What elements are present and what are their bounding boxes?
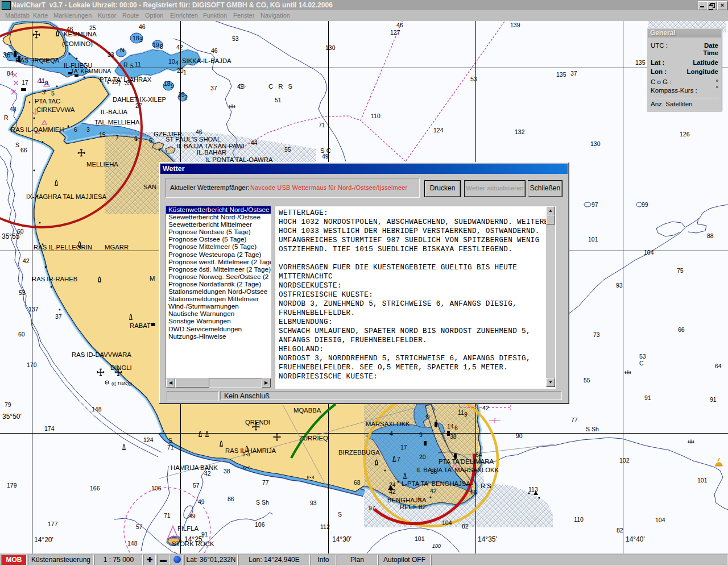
svg-text:124: 124 (433, 127, 444, 134)
svg-text:46: 46 (211, 47, 218, 54)
svg-text:27: 27 (135, 102, 142, 109)
svg-text:36: 36 (431, 468, 437, 475)
svg-text:MQABBA: MQABBA (293, 407, 321, 414)
svg-text:90: 90 (516, 432, 523, 439)
svg-text:42: 42 (176, 44, 183, 51)
svg-text:3: 3 (139, 36, 143, 43)
svg-text:TAL-MELLIEHA: TAL-MELLIEHA (94, 119, 140, 126)
svg-text:106: 106 (151, 485, 162, 492)
svg-text:9: 9 (171, 82, 174, 89)
svg-text:79: 79 (5, 401, 11, 408)
svg-text:CIRKEVVWA: CIRKEVVWA (36, 106, 75, 113)
svg-text:91: 91 (710, 396, 717, 403)
svg-text:1: 1 (183, 69, 187, 76)
svg-text:25: 25 (89, 24, 96, 31)
svg-text:166: 166 (90, 485, 100, 492)
svg-text:137: 137 (28, 306, 39, 313)
svg-text:64: 64 (475, 451, 482, 458)
svg-text:49: 49 (198, 498, 205, 505)
svg-text:110: 110 (371, 113, 380, 119)
svg-text:7: 7 (118, 80, 121, 87)
svg-text:102: 102 (619, 457, 630, 464)
svg-text:6: 6 (149, 137, 152, 144)
svg-text:44: 44 (251, 139, 258, 146)
svg-text:130: 130 (590, 140, 601, 147)
svg-text:93: 93 (310, 500, 317, 506)
svg-text:37: 37 (570, 70, 577, 77)
svg-text:6: 6 (454, 424, 458, 431)
svg-text:10: 10 (168, 58, 175, 65)
svg-text:135: 135 (556, 71, 566, 78)
svg-text:20: 20 (419, 453, 426, 460)
svg-text:127: 127 (390, 29, 400, 36)
svg-text:IX-XAGHRA TAL MAJJIESA: IX-XAGHRA TAL MAJJIESA (26, 193, 107, 200)
svg-text:35°50': 35°50' (2, 413, 22, 421)
svg-text:77: 77 (571, 417, 578, 423)
svg-text:135: 135 (635, 59, 646, 66)
svg-text:66: 66 (678, 326, 685, 333)
svg-text:71: 71 (164, 512, 171, 519)
svg-text:170: 170 (27, 361, 37, 368)
svg-text:101: 101 (588, 236, 598, 243)
svg-text:11: 11 (458, 409, 464, 416)
svg-text:9: 9 (419, 431, 423, 438)
svg-text:RAS ID-DAVVWARA: RAS ID-DAVVWARA (72, 351, 131, 358)
svg-text:91: 91 (201, 531, 208, 538)
svg-text:IL BAJJA TA' MARSAXLOKK: IL BAJJA TA' MARSAXLOKK (416, 467, 499, 473)
svg-text:FILFLA: FILFLA (177, 525, 199, 532)
svg-text:110: 110 (574, 516, 584, 523)
svg-text:53: 53 (232, 35, 239, 42)
svg-text:MARSAXLOKK: MARSAXLOKK (366, 421, 410, 427)
svg-text:97: 97 (592, 201, 598, 208)
svg-text:42: 42 (23, 257, 30, 264)
svg-text:RAS IL-PELLEGRIN: RAS IL-PELLEGRIN (34, 244, 92, 251)
svg-text:N: N (120, 47, 125, 53)
svg-text:101: 101 (415, 535, 425, 542)
svg-text:51: 51 (275, 97, 282, 103)
svg-text:6: 6 (74, 126, 77, 133)
svg-text:112: 112 (320, 523, 330, 530)
svg-text:46: 46 (396, 22, 403, 28)
svg-text:55: 55 (284, 146, 291, 153)
svg-text:14°35': 14°35' (478, 535, 497, 543)
svg-text:84: 84 (7, 70, 14, 77)
svg-text:75: 75 (677, 267, 684, 274)
svg-text:46: 46 (196, 128, 202, 135)
svg-text:49: 49 (189, 513, 196, 519)
svg-text:42: 42 (204, 470, 211, 477)
svg-text:33: 33 (107, 51, 114, 58)
svg-text:68: 68 (354, 479, 361, 486)
svg-text:14: 14 (447, 423, 454, 430)
svg-text:64: 64 (715, 363, 722, 369)
svg-text:M: M (150, 275, 155, 282)
svg-text:15: 15 (99, 131, 106, 138)
svg-text:60: 60 (18, 331, 25, 338)
svg-text:174: 174 (44, 425, 55, 432)
svg-text:46: 46 (139, 23, 146, 30)
svg-text:113: 113 (528, 486, 538, 493)
svg-text:179: 179 (7, 482, 17, 489)
svg-text:3: 3 (42, 89, 46, 95)
svg-text:5: 5 (130, 63, 134, 69)
svg-text:PTA TA'DELIMARA: PTA TA'DELIMARA (439, 458, 494, 465)
svg-text:IL-BAHAR: IL-BAHAR (197, 149, 226, 156)
svg-text:REEF 82: REEF 82 (400, 503, 426, 510)
svg-text:8: 8 (160, 43, 163, 50)
svg-text:5: 5 (51, 90, 55, 97)
svg-text:57: 57 (193, 482, 200, 489)
svg-text:48: 48 (10, 106, 16, 113)
svg-text:QRENDI: QRENDI (245, 419, 270, 426)
svg-text:37: 37 (210, 85, 217, 91)
svg-text:C: C (639, 360, 644, 367)
svg-text:MGARR: MGARR (105, 244, 129, 251)
svg-text:IL-BAJJA: IL-BAJJA (101, 109, 128, 115)
svg-text:6: 6 (134, 135, 138, 142)
svg-text:42: 42 (389, 488, 396, 495)
svg-text:HAMRIJA BANK: HAMRIJA BANK (171, 464, 218, 471)
svg-text:104: 104 (442, 519, 452, 526)
svg-text:(COMINO): (COMINO) (62, 40, 93, 47)
svg-text:S: S (338, 511, 342, 518)
svg-text:100: 100 (432, 543, 441, 549)
svg-text:S: S (15, 142, 19, 148)
svg-text:R S: R S (481, 482, 491, 489)
